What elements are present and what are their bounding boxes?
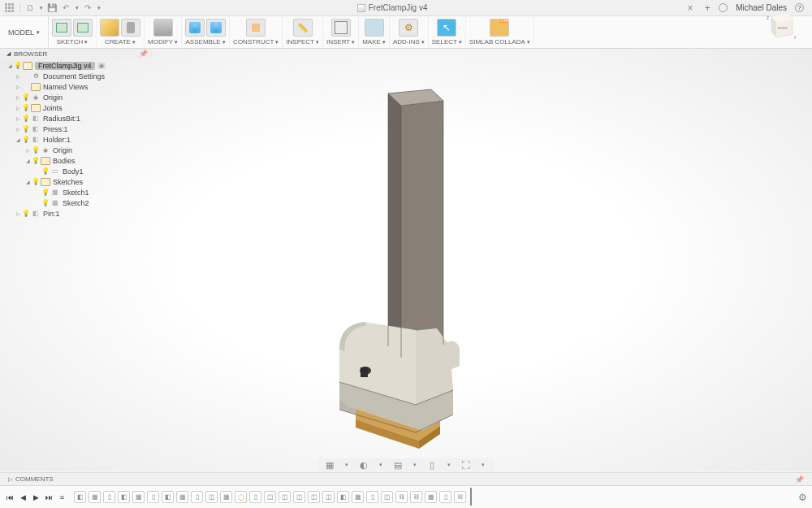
grid-icon[interactable]: ▤	[391, 459, 404, 471]
ribbon-group-insert[interactable]: INSERT	[323, 16, 359, 48]
ribbon-group-sketch[interactable]: SKETCH	[49, 16, 97, 48]
lightbulb-icon[interactable]: 💡	[21, 136, 31, 143]
lightbulb-icon[interactable]: 💡	[21, 210, 31, 217]
timeline-feature[interactable]	[147, 491, 159, 503]
grid-menu-icon[interactable]	[5, 3, 14, 12]
redo-icon[interactable]: ↷	[84, 3, 93, 12]
close-tab-icon[interactable]: ×	[685, 2, 697, 14]
timeline-list-icon[interactable]: ≡	[57, 492, 67, 502]
timeline-feature[interactable]	[279, 491, 291, 503]
comments-bar[interactable]: ▷COMMENTS 📌	[0, 472, 812, 485]
timeline-marker[interactable]	[470, 488, 472, 506]
ribbon-group-assemble[interactable]: ASSEMBLE	[182, 16, 230, 48]
timeline-feature[interactable]	[395, 491, 408, 503]
timeline-feature[interactable]	[425, 491, 437, 503]
expand-icon[interactable]	[15, 126, 21, 132]
ribbon-icon[interactable]	[100, 19, 119, 37]
ribbon-group-add-ins[interactable]: ADD-INS	[390, 16, 429, 48]
lightbulb-icon[interactable]: 💡	[41, 199, 50, 206]
expand-icon[interactable]	[24, 179, 31, 185]
lightbulb-icon[interactable]: 💡	[41, 189, 50, 196]
tree-item[interactable]: 💡Press:1	[0, 124, 153, 134]
ribbon-icon[interactable]	[185, 19, 205, 37]
lightbulb-icon[interactable]: 💡	[21, 104, 31, 111]
timeline-feature[interactable]	[439, 491, 451, 503]
browser-header[interactable]: ◢BROWSER 📌	[0, 49, 153, 59]
timeline-feature[interactable]	[132, 491, 145, 503]
timeline-feature[interactable]	[235, 491, 247, 503]
ribbon-group-select[interactable]: SELECT	[429, 16, 466, 48]
ribbon-group-create[interactable]: CREATE	[97, 16, 145, 48]
timeline-feature[interactable]	[322, 491, 335, 503]
ribbon-group-construct[interactable]: CONSTRUCT	[230, 16, 283, 48]
tree-item[interactable]: 💡Bodies	[0, 155, 153, 166]
tree-item[interactable]: 💡Sketch2	[0, 198, 153, 208]
help-icon[interactable]: ?	[795, 3, 804, 12]
expand-icon[interactable]	[15, 94, 21, 100]
timeline-feature[interactable]	[249, 491, 261, 503]
ribbon-group-modify[interactable]: MODIFY	[145, 16, 182, 48]
ribbon-icon[interactable]	[246, 19, 266, 37]
expand-icon[interactable]	[15, 84, 21, 89]
expand-icon[interactable]	[15, 73, 21, 79]
lightbulb-icon[interactable]: 💡	[21, 115, 31, 122]
ribbon-icon[interactable]	[293, 19, 313, 37]
viewports-icon[interactable]: ▯	[425, 459, 438, 471]
lightbulb-icon[interactable]: 💡	[41, 167, 50, 175]
timeline-feature[interactable]	[366, 491, 378, 503]
expand-icon[interactable]	[24, 158, 31, 163]
timeline-feature[interactable]	[381, 491, 393, 503]
expand-icon[interactable]	[15, 105, 21, 111]
ribbon-icon[interactable]	[490, 19, 509, 37]
new-tab-icon[interactable]: +	[705, 2, 711, 14]
timeline-feature[interactable]	[220, 491, 232, 503]
tree-item[interactable]: 💡RadiusBit:1	[0, 113, 153, 124]
timeline-feature[interactable]	[410, 491, 422, 503]
timeline-settings-icon[interactable]: ⚙	[798, 492, 807, 503]
visual-style-icon[interactable]: ◐	[357, 459, 369, 471]
ribbon-group-inspect[interactable]: INSPECT	[283, 16, 323, 48]
pin-icon[interactable]: 📌	[795, 475, 804, 484]
tree-item[interactable]: Named Views	[0, 81, 153, 92]
tree-item[interactable]: 💡Pin:1	[0, 208, 153, 219]
timeline-feature[interactable]	[264, 491, 276, 503]
expand-icon[interactable]	[24, 147, 31, 153]
viewcube[interactable]: RIGHT Z X	[763, 10, 796, 42]
lightbulb-icon[interactable]: 💡	[31, 146, 41, 154]
ribbon-icon[interactable]	[206, 19, 226, 37]
timeline-feature[interactable]	[103, 491, 115, 503]
ribbon-group-simlab-collada[interactable]: SIMLAB COLLADA	[466, 16, 534, 48]
pin-icon[interactable]: 📌	[139, 50, 148, 58]
timeline-start-icon[interactable]: ⏮	[5, 492, 15, 502]
new-file-icon[interactable]: 🗋	[26, 3, 35, 12]
timeline-feature[interactable]	[162, 491, 174, 503]
undo-icon[interactable]: ↶	[62, 3, 71, 12]
tree-item[interactable]: 💡Origin	[0, 145, 153, 155]
tree-item[interactable]: 💡Joints	[0, 102, 153, 113]
timeline-end-icon[interactable]: ⏭	[44, 492, 54, 502]
tree-root[interactable]: 💡 FretClampJig v4◉	[0, 60, 153, 71]
timeline-feature[interactable]	[352, 491, 364, 503]
ribbon-group-make[interactable]: MAKE	[359, 16, 390, 48]
display-style-icon[interactable]: ▦	[323, 459, 335, 471]
timeline-feature[interactable]	[74, 491, 86, 503]
tree-item[interactable]: 💡Sketches	[0, 176, 153, 187]
tree-item[interactable]: 💡Holder:1	[0, 134, 153, 145]
tree-item[interactable]: 💡Sketch1	[0, 187, 153, 198]
tree-item[interactable]: 💡Body1	[0, 166, 153, 176]
lightbulb-icon[interactable]: 💡	[31, 178, 41, 185]
ribbon-icon[interactable]	[73, 19, 93, 37]
timeline-feature[interactable]	[293, 491, 305, 503]
ribbon-icon[interactable]	[153, 19, 173, 37]
workspace-switcher[interactable]: MODEL▾	[0, 16, 49, 48]
ribbon-icon[interactable]	[365, 19, 384, 37]
lightbulb-icon[interactable]: 💡	[21, 93, 31, 101]
ribbon-icon[interactable]	[399, 19, 418, 37]
expand-icon[interactable]	[15, 137, 21, 142]
lightbulb-icon[interactable]: 💡	[21, 125, 31, 132]
timeline-feature[interactable]	[89, 491, 101, 503]
timeline-feature[interactable]	[176, 491, 188, 503]
timeline-feature[interactable]	[205, 491, 218, 503]
timeline-back-icon[interactable]: ◀	[18, 492, 28, 502]
save-icon[interactable]: 💾	[48, 3, 57, 12]
